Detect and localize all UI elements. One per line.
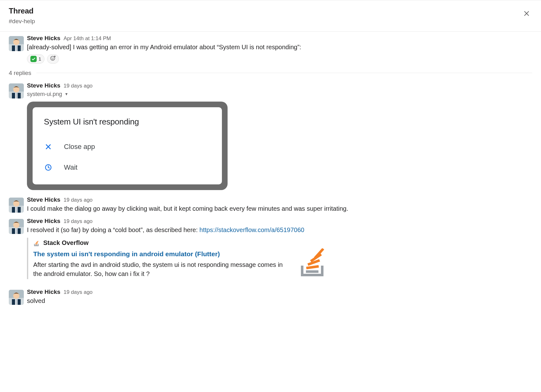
message-timestamp[interactable]: Apr 14th at 1:14 PM bbox=[64, 35, 111, 42]
message-header: Steve Hicks Apr 14th at 1:14 PM bbox=[27, 35, 532, 42]
message-link[interactable]: https://stackoverflow.com/a/65197060 bbox=[199, 226, 304, 233]
svg-point-10 bbox=[53, 58, 54, 58]
message-body: Steve Hicks 19 days ago I could make the… bbox=[27, 196, 532, 213]
message-body: Steve Hicks 19 days ago solved bbox=[27, 289, 532, 305]
close-icon bbox=[44, 143, 53, 150]
message-text: I resolved it (so far) by doing a “cold … bbox=[27, 225, 532, 235]
reply-message: Steve Hicks 19 days ago solved bbox=[0, 288, 541, 307]
chevron-down-icon: ▼ bbox=[65, 92, 68, 97]
svg-rect-40 bbox=[314, 248, 324, 259]
author-name[interactable]: Steve Hicks bbox=[27, 289, 60, 296]
message-timestamp[interactable]: 19 days ago bbox=[64, 289, 93, 295]
svg-rect-18 bbox=[16, 93, 17, 98]
android-option-label: Close app bbox=[64, 142, 95, 152]
avatar[interactable] bbox=[9, 36, 24, 51]
checkmark-icon bbox=[30, 56, 37, 62]
message-header: Steve Hicks 19 days ago bbox=[27, 218, 532, 225]
close-icon bbox=[523, 10, 530, 17]
unfurl-thumbnail[interactable] bbox=[297, 252, 328, 277]
unfurl-site-name: Stack Overflow bbox=[43, 238, 89, 247]
svg-rect-32 bbox=[35, 245, 38, 245]
message-timestamp[interactable]: 19 days ago bbox=[64, 83, 93, 89]
reply-message: Steve Hicks 19 days ago I resolved it (s… bbox=[0, 215, 541, 288]
avatar[interactable] bbox=[9, 219, 24, 234]
svg-rect-46 bbox=[16, 299, 17, 305]
message-body: Steve Hicks 19 days ago I resolved it (s… bbox=[27, 218, 532, 287]
reaction-checkmark[interactable]: 1 bbox=[27, 54, 45, 64]
android-option-close: Close app bbox=[44, 137, 211, 156]
author-name[interactable]: Steve Hicks bbox=[27, 82, 60, 89]
replies-count-label: 4 replies bbox=[9, 69, 31, 77]
android-option-wait: Wait bbox=[44, 158, 211, 177]
message-text-part: I resolved it (so far) by doing a “cold … bbox=[27, 226, 199, 233]
author-name[interactable]: Steve Hicks bbox=[27, 35, 60, 42]
svg-point-9 bbox=[52, 58, 52, 58]
clock-icon bbox=[44, 164, 53, 171]
avatar[interactable] bbox=[9, 198, 24, 213]
author-name[interactable]: Steve Hicks bbox=[27, 196, 60, 204]
android-option-label: Wait bbox=[64, 162, 77, 172]
svg-rect-33 bbox=[35, 243, 38, 244]
add-reaction-button[interactable] bbox=[47, 54, 59, 64]
file-name: system-ui.png bbox=[27, 90, 62, 98]
attached-image[interactable]: System UI isn't responding Close app bbox=[27, 102, 228, 190]
svg-point-8 bbox=[51, 56, 55, 60]
unfurl-title-link[interactable]: The system ui isn't responding in androi… bbox=[33, 250, 220, 257]
thread-panel: Thread #dev-help bbox=[0, 0, 541, 319]
add-reaction-icon bbox=[50, 55, 56, 63]
link-unfurl: Stack Overflow The system ui isn't respo… bbox=[27, 238, 532, 279]
unfurl-site-row: Stack Overflow bbox=[33, 238, 290, 247]
replies-separator: 4 replies bbox=[0, 65, 541, 79]
reaction-count: 1 bbox=[39, 56, 41, 62]
reply-message: Steve Hicks 19 days ago system-ui.png ▼ … bbox=[0, 79, 541, 191]
reactions-bar: 1 bbox=[27, 54, 532, 64]
thread-content: Steve Hicks Apr 14th at 1:14 PM [already… bbox=[0, 32, 541, 320]
avatar[interactable] bbox=[9, 83, 24, 98]
svg-rect-7 bbox=[16, 45, 17, 51]
message-header: Steve Hicks 19 days ago bbox=[27, 196, 532, 204]
svg-rect-25 bbox=[16, 207, 17, 213]
reply-message: Steve Hicks 19 days ago I could make the… bbox=[0, 191, 541, 215]
header-text-block: Thread #dev-help bbox=[9, 5, 35, 26]
file-name-row[interactable]: system-ui.png ▼ bbox=[27, 90, 68, 98]
separator-line bbox=[36, 73, 532, 73]
message-header: Steve Hicks 19 days ago bbox=[27, 82, 532, 89]
message-body: Steve Hicks Apr 14th at 1:14 PM [already… bbox=[27, 35, 532, 64]
thread-title: Thread bbox=[9, 5, 35, 16]
stackoverflow-favicon-icon bbox=[33, 240, 39, 246]
author-name[interactable]: Steve Hicks bbox=[27, 218, 60, 225]
svg-rect-31 bbox=[16, 228, 17, 234]
message-text: I could make the dialog go away by click… bbox=[27, 204, 532, 213]
message-text: solved bbox=[27, 296, 532, 305]
message-header: Steve Hicks 19 days ago bbox=[27, 289, 532, 296]
android-dialog: System UI isn't responding Close app bbox=[33, 107, 222, 184]
avatar[interactable] bbox=[9, 290, 24, 305]
parent-message: Steve Hicks Apr 14th at 1:14 PM [already… bbox=[0, 32, 541, 65]
unfurl-title: The system ui isn't responding in androi… bbox=[33, 249, 290, 259]
message-timestamp[interactable]: 19 days ago bbox=[64, 197, 93, 203]
unfurl-main: Stack Overflow The system ui isn't respo… bbox=[33, 238, 290, 278]
thread-header: Thread #dev-help bbox=[0, 0, 541, 32]
svg-rect-36 bbox=[306, 270, 318, 273]
message-timestamp[interactable]: 19 days ago bbox=[64, 218, 93, 225]
thread-channel[interactable]: #dev-help bbox=[9, 17, 35, 26]
unfurl-description: After starting the avd in android studio… bbox=[33, 260, 290, 278]
message-body: Steve Hicks 19 days ago system-ui.png ▼ … bbox=[27, 82, 532, 190]
svg-rect-37 bbox=[306, 265, 319, 269]
close-thread-button[interactable] bbox=[521, 8, 532, 19]
stackoverflow-logo-icon bbox=[297, 248, 328, 277]
message-text: [already-solved] I was getting an error … bbox=[27, 43, 532, 52]
android-dialog-title: System UI isn't responding bbox=[44, 116, 211, 128]
